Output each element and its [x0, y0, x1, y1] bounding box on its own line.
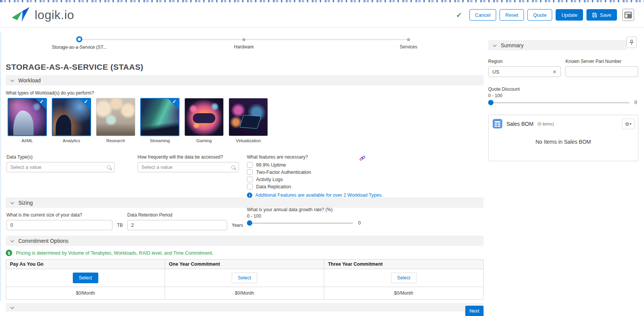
layout-toggle-button[interactable]	[622, 9, 634, 21]
quote-button[interactable]: Quote	[527, 9, 552, 21]
part-number-label: Known Server Part Number	[566, 59, 638, 64]
logo: logik.io	[11, 7, 74, 23]
quote-discount-field: Quote Discount 0 - 100 0	[488, 87, 638, 105]
slider-thumb[interactable]	[488, 100, 493, 105]
progress-stepper: Storage-as-a-Service (ST... Hardware Ser…	[6, 36, 484, 56]
section-header-commitment[interactable]: Commitment Options	[6, 236, 484, 246]
workload-tile-image	[96, 98, 135, 136]
chevron-down-icon	[10, 239, 14, 242]
step-services[interactable]: Services	[363, 36, 454, 50]
workload-question: What types of Workload(s) do you perform…	[6, 90, 484, 96]
info-icon: i	[247, 192, 252, 198]
chevron-down-icon	[493, 43, 497, 47]
step-active-dot	[76, 36, 82, 42]
select-three-year-button[interactable]: Select	[391, 273, 417, 283]
selected-check-icon: ✓	[79, 98, 91, 110]
slider-track	[488, 102, 630, 103]
current-size-input[interactable]	[6, 220, 112, 230]
logo-text: logik.io	[35, 8, 74, 22]
reset-button[interactable]: Reset	[500, 9, 524, 21]
pricing-note-text: Pricing is determined by Volume of Terab…	[16, 250, 213, 256]
layout-icon	[624, 11, 632, 19]
cancel-button[interactable]: Cancel	[469, 9, 496, 21]
growth-rate-slider[interactable]	[247, 220, 353, 226]
logo-plane-icon	[11, 7, 30, 23]
search-icon	[231, 165, 235, 169]
price-cell: $0/Month	[165, 287, 324, 299]
section-label: Workload	[18, 77, 41, 83]
workload-tile-analytics[interactable]: ✓ Analytics	[52, 98, 91, 143]
data-types-select[interactable]: Select a value	[6, 162, 115, 172]
workload-tile-label: Virtualization	[229, 138, 268, 143]
workload-tile-label: AI/ML	[8, 138, 47, 143]
data-types-field: Data Type(s) Select a value	[6, 154, 115, 172]
feature-option-uptime: 99.9% Uptime	[247, 162, 383, 168]
checkbox[interactable]	[247, 176, 253, 182]
commitment-select-row: Select Select Select	[6, 269, 483, 287]
select-payg-button[interactable]: Select	[73, 273, 98, 283]
clear-icon[interactable]: ✕	[553, 69, 557, 75]
retention-input[interactable]	[127, 220, 227, 230]
workload-tile-aiml[interactable]: ✓ AI/ML	[8, 98, 47, 143]
price-cell: $0/Month	[324, 287, 483, 299]
save-button[interactable]: Save	[586, 9, 617, 21]
step-hardware[interactable]: Hardware	[198, 36, 290, 50]
column-header: Three Year Commitment	[324, 260, 483, 269]
section-header-sizing[interactable]: Sizing	[6, 197, 484, 208]
checkbox[interactable]	[247, 169, 253, 175]
pin-icon	[629, 40, 634, 45]
workload-tile-image	[229, 98, 268, 136]
main-content: Storage-as-a-Service (ST... Hardware Ser…	[6, 30, 484, 316]
region-input[interactable]: US ✕	[488, 66, 561, 77]
checkbox[interactable]	[247, 162, 253, 168]
commitment-price-row: $0/Month $0/Month $0/Month	[6, 287, 483, 299]
step-storage[interactable]: Storage-as-a-Service (ST...	[34, 36, 125, 50]
section-header-workload[interactable]: Workload	[6, 75, 484, 85]
save-button-label: Save	[600, 12, 611, 18]
pin-button[interactable]	[626, 37, 637, 48]
link-icon[interactable]	[359, 155, 365, 163]
select-one-year-button[interactable]: Select	[232, 273, 257, 283]
section-label: Commitment Options	[18, 238, 68, 244]
part-number-input[interactable]	[566, 66, 638, 77]
bom-settings-button[interactable]: ⚙ ▾	[622, 119, 634, 129]
region-value: US	[492, 69, 499, 75]
update-button[interactable]: Update	[556, 9, 583, 21]
section-header-summary[interactable]: Summary	[488, 40, 626, 50]
sales-bom-title: Sales BOM	[506, 121, 533, 127]
feature-label: 99.9% Uptime	[256, 162, 286, 168]
checkbox[interactable]	[247, 184, 253, 189]
slider-thumb[interactable]	[247, 220, 252, 226]
chevron-down-icon	[10, 305, 14, 309]
column-header: Pay As You Go	[6, 260, 165, 269]
commitment-table: Pay As You Go One Year Commitment Three …	[6, 259, 484, 300]
sales-bom-header: Sales BOM (0 items)	[489, 115, 638, 128]
next-button[interactable]: Next	[465, 306, 484, 316]
workload-tile-image: ✓	[52, 98, 91, 136]
frequency-select[interactable]: Select a value	[138, 162, 239, 172]
collapsed-section-bar[interactable]	[6, 303, 484, 311]
workload-tile-research[interactable]: Research	[96, 98, 135, 143]
sales-bom-empty-message: No Items in Sales BOM	[489, 139, 638, 145]
workload-tile-streaming[interactable]: ✓ Streaming	[140, 98, 179, 143]
table-icon	[493, 119, 502, 128]
step-dot	[407, 38, 410, 41]
feature-option-data-replication: Data Replication	[247, 184, 383, 189]
pricing-note: $ Pricing is determined by Volume of Ter…	[6, 250, 484, 256]
workload-tile-gaming[interactable]: Gaming	[184, 98, 224, 143]
workload-tile-virtualization[interactable]: Virtualization	[229, 98, 268, 143]
selected-check-icon: ✓	[168, 98, 179, 110]
search-icon	[107, 165, 111, 169]
section-label: Summary	[501, 42, 524, 48]
data-types-label: Data Type(s)	[6, 154, 115, 160]
workload-tile-image: ✓	[8, 98, 47, 136]
page-title: STORAGE-AS-A-SERVICE (STAAS)	[6, 63, 484, 72]
current-size-field: What is the current size of your data? T…	[6, 212, 123, 230]
current-size-unit: TB	[117, 223, 123, 228]
quote-discount-slider[interactable]	[488, 100, 630, 105]
region-field: Region US ✕	[488, 59, 561, 77]
growth-rate-label: What is your annual data growth rate? (%…	[247, 207, 361, 212]
workload-tile-label: Gaming	[184, 138, 224, 143]
sales-bom-card: Sales BOM (0 items) ⚙ ▾ No Items in Sale…	[488, 115, 638, 161]
column-header: One Year Commitment	[165, 260, 324, 269]
